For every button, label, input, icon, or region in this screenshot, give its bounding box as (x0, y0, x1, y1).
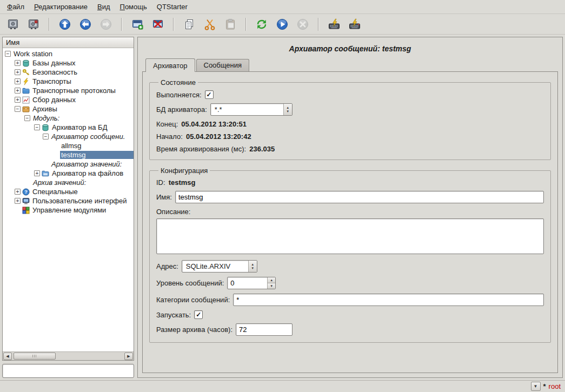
paste-item-button[interactable] (221, 16, 240, 33)
spin-up-icon[interactable]: ▲ (268, 277, 275, 283)
menu-edit[interactable]: Редактирование (29, 1, 92, 13)
dev-terminal-2-button[interactable] (345, 16, 364, 33)
expander-icon[interactable]: − (15, 106, 21, 112)
menu-help[interactable]: Помощь (115, 1, 152, 13)
expander-icon[interactable]: + (15, 189, 21, 195)
window-plus-icon (131, 18, 144, 31)
message-categories-input[interactable] (233, 294, 544, 306)
tree-item-value-archivers-group[interactable]: Архиватор значений: (3, 160, 134, 169)
tree-item-databases[interactable]: + Базы данных (3, 58, 134, 68)
expander-icon[interactable]: + (34, 170, 40, 176)
copy-item-button[interactable] (180, 16, 199, 33)
tree-item-testmsg[interactable]: testmsg (3, 150, 134, 160)
chart-icon (22, 96, 30, 104)
description-label: Описание: (156, 208, 190, 216)
start-updating-button[interactable] (272, 16, 292, 33)
begin-label: Начало: (156, 132, 183, 141)
scroll-left-icon[interactable]: ◀ (3, 353, 12, 360)
tab-archiver[interactable]: Архиватор (145, 58, 195, 72)
expander-icon[interactable]: + (15, 88, 21, 94)
tree-item-module-management[interactable]: Управление модулями (3, 205, 134, 215)
expander-icon[interactable]: + (15, 97, 21, 103)
folder-file-icon (42, 170, 49, 177)
address-combobox[interactable]: SQLite.ARXIV ▲▼ (182, 260, 257, 273)
arrow-left-circle-icon (79, 18, 92, 31)
tree-item-allmsg[interactable]: allmsg (3, 141, 134, 150)
tree-item-message-archivers-group[interactable]: − Архиватор сообщени. (3, 132, 134, 141)
menu-qtstarter[interactable]: QTStarter (152, 1, 192, 13)
scrollbar-thumb[interactable] (14, 353, 56, 360)
add-item-button[interactable] (128, 16, 147, 33)
current-user[interactable]: root (549, 382, 561, 390)
expander-icon[interactable]: + (15, 78, 21, 84)
scissors-icon (203, 18, 216, 31)
scrollbar-track[interactable] (12, 353, 124, 360)
tree-item-archives[interactable]: − Архивы (3, 104, 134, 114)
expander-icon[interactable]: + (15, 198, 21, 204)
archive-size-input[interactable] (236, 323, 293, 336)
expander-icon[interactable]: − (34, 124, 40, 130)
tree-item-db-archiver[interactable]: − Архиватор на БД (3, 123, 134, 132)
expander-icon[interactable]: − (24, 115, 30, 121)
name-input[interactable] (175, 191, 544, 203)
dropdown-arrow-icon: ▼ (534, 384, 538, 389)
message-level-spinbox[interactable]: ▲▼ (227, 277, 276, 289)
delete-item-button[interactable] (148, 16, 168, 33)
tree-item-value-archive-group[interactable]: Архив значений: (3, 178, 134, 187)
config-group-legend: Конфигурация (158, 167, 210, 175)
archiver-db-combobox[interactable]: *.* ▲▼ (210, 103, 293, 116)
go-forward-button[interactable] (96, 16, 116, 33)
combo-arrows-icon[interactable]: ▲▼ (248, 261, 257, 272)
tree-hscrollbar[interactable]: ◀ ▶ (3, 351, 134, 360)
menu-file[interactable]: Файл (2, 1, 29, 13)
tree-filter-input[interactable] (2, 364, 134, 378)
cut-item-button[interactable] (200, 16, 220, 33)
app-window: Файл Редактирование Вид Помощь QTStarter (0, 0, 565, 392)
dev-terminal-1-button[interactable] (324, 16, 344, 33)
spin-down-icon[interactable]: ▼ (268, 283, 275, 289)
expander-icon[interactable]: − (43, 134, 49, 139)
go-back-button[interactable] (76, 16, 95, 33)
menu-view[interactable]: Вид (92, 1, 115, 13)
expander-icon[interactable]: + (15, 60, 21, 66)
tab-content: Состояние Выполняется: ✓ БД архиватора: … (142, 71, 558, 373)
go-up-button[interactable] (55, 16, 75, 33)
load-from-db-button[interactable] (3, 16, 23, 33)
tree-item-transports[interactable]: + Транспорты (3, 77, 134, 86)
status-dropdown[interactable]: ▼ (531, 382, 541, 391)
database-icon (42, 124, 49, 131)
safe-load-icon (6, 18, 19, 31)
check-icon: ✓ (207, 91, 212, 98)
combo-arrows-icon[interactable]: ▲▼ (283, 104, 292, 115)
start-checkbox[interactable]: ✓ (194, 310, 203, 319)
tree-item-data-acquisition[interactable]: + Сбор данных (3, 95, 134, 104)
keyboard-lightning-icon (348, 18, 361, 31)
tree-item-module-group[interactable]: − Модуль: (3, 114, 134, 123)
expander-icon[interactable]: + (15, 69, 21, 75)
tree-item-special[interactable]: + ? Специальные (3, 187, 134, 196)
message-categories-label: Категории сообщений: (156, 296, 230, 304)
content-area: Имя − Work station + Базы данных + (0, 35, 565, 380)
play-circle-icon (276, 18, 289, 31)
state-group: Состояние Выполняется: ✓ БД архиватора: … (149, 78, 551, 160)
scroll-right-icon[interactable]: ▶ (124, 353, 133, 360)
tree-item-security[interactable]: + Безопасность (3, 68, 134, 77)
stop-updating-button[interactable] (293, 16, 313, 33)
tree-item-user-interfaces[interactable]: + Пользовательские интерфей (3, 196, 134, 205)
tree-item-fs-archiver[interactable]: + Архиватор на файлов (3, 169, 134, 178)
toolbar-separator (318, 18, 319, 31)
description-textarea[interactable] (156, 218, 544, 254)
refresh-button[interactable] (252, 16, 271, 33)
tree-item-transport-protocols[interactable]: + Транспортные протоколы (3, 86, 134, 95)
message-level-input[interactable] (228, 277, 267, 289)
id-label: ID: (156, 178, 165, 187)
tab-messages[interactable]: Сообщения (196, 59, 250, 71)
cross-circle-icon (296, 18, 309, 31)
expander-icon[interactable]: − (5, 51, 11, 57)
running-checkbox[interactable]: ✓ (205, 90, 214, 99)
tree-item-work-station[interactable]: − Work station (3, 49, 134, 58)
tree-column-header[interactable]: Имя (3, 37, 134, 48)
address-label: Адрес: (156, 262, 178, 270)
save-to-db-button[interactable] (24, 16, 43, 33)
config-group: Конфигурация ID: testmsg Имя: Описание: (149, 167, 551, 343)
